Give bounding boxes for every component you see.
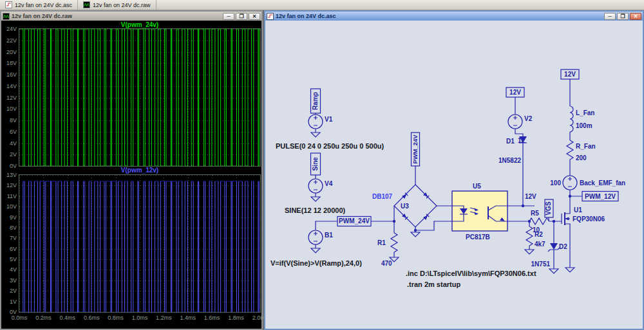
net-flag-vgs[interactable]: VGS xyxy=(545,199,553,217)
bemf-value-label[interactable]: 100 xyxy=(550,179,561,187)
x-axis-tick-label: 0.8ms xyxy=(105,315,127,321)
r1-value-label[interactable]: 470 xyxy=(381,260,392,267)
schematic-window-title: 12v fan on 24V dc.asc xyxy=(276,13,336,19)
voltage-source-v4[interactable]: Sine V4 SINE(12 12 20000) xyxy=(285,153,346,214)
r5-ref-label[interactable]: R5 xyxy=(531,210,539,217)
mosfet-u1[interactable]: U1 FQP30N06 xyxy=(556,206,605,228)
d1-ref-label[interactable]: D1 xyxy=(506,138,515,145)
net-flag-ramp[interactable]: Ramp xyxy=(312,92,319,110)
y-axis-tick-label: 10V xyxy=(6,203,17,210)
trace-label-pwm12v[interactable]: V(pwm_12v) xyxy=(19,167,260,174)
voltage-source-v2[interactable]: 12V V2 12 xyxy=(506,87,533,144)
svg-text:VGS[interactable]: VGS xyxy=(545,201,552,215)
tab-waveform[interactable]: 12v fan on 24V dc.raw xyxy=(78,0,156,10)
v1-value-label[interactable]: PULSE(0 24 0 250u 250u 0 500u) xyxy=(276,142,384,150)
d1-value-label[interactable]: 1N5822 xyxy=(498,157,521,164)
y-axis-tick-label: 4V xyxy=(10,140,17,147)
y-axis-tick-label: 0V xyxy=(10,163,17,169)
b1-ref-label[interactable]: B1 xyxy=(325,232,333,239)
u3-part-label[interactable]: DB107 xyxy=(372,193,393,200)
voltage-source-v1[interactable]: Ramp V1 PULSE(0 24 0 250u 250u 0 500u) xyxy=(276,89,384,150)
trace-label-pwm24v[interactable]: V(pwm_24v) xyxy=(19,21,260,28)
minimize-button[interactable]: ─ xyxy=(223,13,234,20)
window-tab-bar: 12v fan on 24V dc.asc 12v fan on 24V dc.… xyxy=(0,0,644,10)
waveform-pane-pwm12v[interactable] xyxy=(19,174,261,313)
u1-ref-label[interactable]: U1 xyxy=(574,206,582,214)
net-flag-12v-rail[interactable]: 12V xyxy=(561,69,579,79)
b1-value-label[interactable]: V=if(V(Sine)>V(Ramp),24,0) xyxy=(270,259,362,267)
y-axis-tick-label: 7V xyxy=(10,235,17,241)
r1-ref-label[interactable]: R1 xyxy=(377,239,386,246)
waveform-titlebar[interactable]: 12v fan on 24V dc.raw ─ ❐ ✕ xyxy=(1,12,261,21)
waveform-plot-area: V(pwm_24v) 24V22V20V18V16V14V12V10V8V6V4… xyxy=(1,21,261,329)
close-button[interactable]: ✕ xyxy=(630,13,641,20)
net-flag-12v-v2[interactable]: 12V xyxy=(509,89,521,96)
tab-label: 12v fan on 24V dc.asc xyxy=(15,2,72,8)
rfan-ref-label[interactable]: R_Fan xyxy=(576,143,596,150)
x-axis-tick-label: 0.0ms xyxy=(8,315,30,321)
svg-text:PWM_12V[interactable]: PWM_12V xyxy=(585,193,616,200)
net-flag-sine[interactable]: Sine xyxy=(312,157,319,171)
inductor-lfan[interactable]: L_Fan 100m xyxy=(570,106,594,132)
restore-button[interactable]: ❐ xyxy=(617,13,629,20)
x-axis-tick-label: 1.4ms xyxy=(177,315,199,321)
y-axis-tick-label: 9V xyxy=(10,214,17,221)
y-axis-tick-label: 22V xyxy=(6,37,17,44)
resistor-rfan[interactable]: R_Fan 200 xyxy=(567,140,596,161)
lfan-value-label[interactable]: 100m xyxy=(576,122,592,129)
u5-ref-label[interactable]: U5 xyxy=(473,183,481,190)
u5-part-label[interactable]: PC817B xyxy=(466,234,490,241)
ground-symbols xyxy=(311,133,574,273)
schematic-window: 12v fan on 24V dc.asc ─ ❐ ✕ xyxy=(264,10,644,330)
y-axis-tick-label: 6V xyxy=(10,246,17,252)
y-axis-labels-bottom: 13V12V11V10V9V8V7V6V5V4V3V2V1V0V xyxy=(1,172,17,315)
window-controls: ─ ❐ ✕ xyxy=(223,13,260,20)
net-flag-pwm24v[interactable]: PWM_24V xyxy=(337,217,371,226)
schematic-canvas[interactable]: Ramp V1 PULSE(0 24 0 250u 250u 0 500u) S… xyxy=(265,21,643,329)
x-axis-tick-label: 0.4ms xyxy=(57,315,79,321)
y-axis-tick-label: 16V xyxy=(6,71,17,78)
y-axis-tick-label: 3V xyxy=(10,277,17,284)
bemf-ref-label[interactable]: Back_EMF_fan xyxy=(580,179,625,187)
net-flag-pwm24v-vertical[interactable]: PWM_24V xyxy=(412,133,420,166)
v4-value-label[interactable]: SINE(12 12 20000) xyxy=(285,206,346,214)
spice-directive-tran[interactable]: .tran 2m startup xyxy=(407,280,460,288)
d2-ref-label[interactable]: D2 xyxy=(559,243,567,250)
x-axis-tick-label: 1.8ms xyxy=(225,315,247,321)
lfan-ref-label[interactable]: L_Fan xyxy=(576,109,594,116)
svg-text:12V[interactable]: 12V xyxy=(564,71,576,78)
waveform-pane-pwm24v[interactable] xyxy=(19,28,261,167)
u3-ref-label[interactable]: U3 xyxy=(401,203,409,210)
net-flag-pwm12v[interactable]: PWM_12V xyxy=(582,192,618,201)
close-button[interactable]: ✕ xyxy=(249,13,260,20)
x-axis-tick-label: 0.6ms xyxy=(80,315,102,321)
waveform-window: 12v fan on 24V dc.raw ─ ❐ ✕ V(pwm_24v) 2… xyxy=(0,10,263,330)
minimize-button[interactable]: ─ xyxy=(604,13,616,20)
r2-value-label[interactable]: 4k7 xyxy=(535,241,545,248)
optocoupler-u5[interactable]: U5 PC817B xyxy=(452,183,507,241)
x-axis-tick-label: 1.0ms xyxy=(129,315,151,321)
rfan-value-label[interactable]: 200 xyxy=(576,154,587,161)
r2-ref-label[interactable]: R2 xyxy=(535,231,543,238)
net-label-12v[interactable]: 12V xyxy=(525,193,536,200)
u1-part-label[interactable]: FQP30N06 xyxy=(573,215,605,223)
restore-button[interactable]: ❐ xyxy=(236,13,247,20)
y-axis-tick-label: 1V xyxy=(10,298,17,305)
window-controls: ─ ❐ ✕ xyxy=(604,13,641,20)
spice-directive-include[interactable]: .inc D:\LTspiceIV\lib\sym\FQP30N06.txt xyxy=(406,270,536,277)
svg-text:PWM_24V[interactable]: PWM_24V xyxy=(339,217,370,225)
tab-schematic[interactable]: 12v fan on 24V dc.asc xyxy=(0,0,78,10)
schematic-svg[interactable]: Ramp V1 PULSE(0 24 0 250u 250u 0 500u) S… xyxy=(265,21,643,329)
y-axis-tick-label: 18V xyxy=(6,60,17,66)
schematic-titlebar[interactable]: 12v fan on 24V dc.asc ─ ❐ ✕ xyxy=(265,12,643,21)
v4-ref-label[interactable]: V4 xyxy=(325,180,333,187)
v1-ref-label[interactable]: V1 xyxy=(325,116,333,123)
bridge-rectifier-u3[interactable]: DB107 U3 xyxy=(372,185,437,227)
d2-value-label[interactable]: 1N751 xyxy=(531,261,551,268)
schematic-file-icon xyxy=(5,1,12,8)
y-axis-tick-label: 5V xyxy=(10,256,17,262)
voltage-source-back-emf[interactable]: 100 Back_EMF_fan xyxy=(550,176,625,190)
v2-ref-label[interactable]: V2 xyxy=(524,115,533,122)
svg-text:PWM_24V[interactable]: PWM_24V xyxy=(412,134,419,164)
y-axis-labels-top: 24V22V20V18V16V14V12V10V8V6V4V2V0V xyxy=(1,26,17,169)
